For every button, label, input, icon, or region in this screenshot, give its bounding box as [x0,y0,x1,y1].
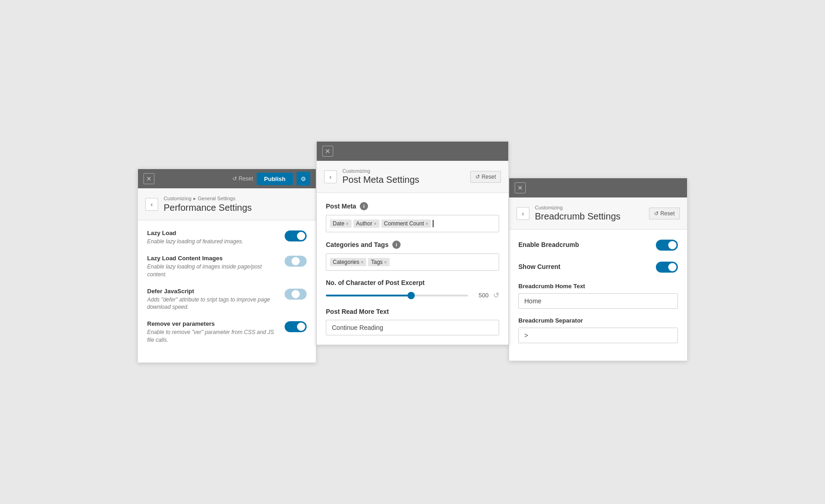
breadcrumb-general: General Settings [198,196,236,201]
panel3-reset-button[interactable]: ↺ Reset [649,208,680,219]
back-icon-2: ‹ [330,173,332,181]
setting-lazy-content: Lazy Load Content Images Enable lazy loa… [147,255,307,279]
categories-info-icon[interactable]: i [392,241,401,249]
panel3-reset-icon: ↺ [654,210,659,217]
separator-label: Breadcrumb Separator [518,317,678,324]
panel3-title: Breadcrumb Settings [535,211,621,222]
tag-comment-remove[interactable]: × [425,221,428,226]
panel2-content: Post Meta i Date× Author× Comment Count×… [317,193,508,345]
panel1-reset-button[interactable]: ↺ Reset [232,175,253,182]
remove-ver-toggle[interactable] [285,321,307,332]
enable-breadcrumb-toggle[interactable] [656,240,678,251]
tag-author-remove[interactable]: × [374,221,376,226]
panel1-nav: ‹ Customizing ▸ General Settings Perform… [138,188,316,220]
separator-input[interactable] [518,328,678,343]
panel2-title: Post Meta Settings [342,175,419,185]
show-current-label: Show Current [518,263,561,270]
panel1-back-button[interactable]: ‹ [145,198,158,211]
panel3-top-bar: ✕ [509,178,687,197]
read-more-input[interactable] [326,320,499,335]
panel2-reset-button[interactable]: ↺ Reset [470,171,501,183]
defer-toggle[interactable] [285,289,307,300]
excerpt-heading: No. of Character of Post Excerpt [326,279,499,286]
enable-breadcrumb-label: Enable Breadcrumb [518,241,579,248]
lazy-content-label: Lazy Load Content Images [147,255,277,262]
panel1-close-button[interactable]: ✕ [143,173,154,184]
categories-tag-input[interactable]: Categories× Tags× [326,253,499,271]
lazy-load-toggle[interactable] [285,230,307,241]
setting-remove-ver: Remove ver parameters Enable to remove "… [147,320,307,344]
panel2-breadcrumb: Customizing [342,168,419,174]
panel1-content: Lazy Load Enable lazy loading of feature… [138,220,316,362]
defer-desc: Adds "defer" attribute to sript tags to … [147,296,277,312]
tag-comment-count: Comment Count× [381,219,431,228]
excerpt-slider-thumb[interactable] [407,292,415,299]
close-icon-2: ✕ [325,148,330,155]
panel1-title: Performance Settings [164,203,252,213]
post-meta-tag-input[interactable]: Date× Author× Comment Count× [326,215,499,232]
back-icon: ‹ [151,201,153,208]
back-icon-3: ‹ [522,210,524,217]
setting-defer-js: Defer JavaScript Adds "defer" attribute … [147,288,307,312]
breadcrumb-settings-panel: ✕ ‹ Customizing Breadcrumb Settings ↺ Re… [509,178,688,361]
excerpt-slider-reset[interactable]: ↺ [493,291,499,300]
gear-button[interactable]: ⚙ [297,172,310,186]
tag-tags: Tags× [368,258,390,266]
reset-label: Reset [239,175,253,182]
post-meta-settings-panel: ✕ ‹ Customizing Post Meta Settings ↺ Res… [316,141,509,345]
panel1-nav-info: Customizing ▸ General Settings Performan… [164,196,252,213]
breadcrumb-separator: ▸ [193,196,196,202]
tag-categories-remove[interactable]: × [361,259,363,265]
home-text-group: Breadcrumb Home Text [518,283,678,309]
defer-slider [285,289,307,300]
post-meta-info-icon[interactable]: i [360,202,368,210]
setting-lazy-load: Lazy Load Enable lazy loading of feature… [147,230,307,246]
categories-heading: Categories and Tags i [326,241,499,249]
separator-group: Breadcrumb Separator [518,317,678,343]
excerpt-slider-value: 500 [473,292,489,299]
remove-ver-label: Remove ver parameters [147,320,277,327]
tag-date-remove[interactable]: × [346,221,348,226]
show-current-row: Show Current [518,261,678,273]
tag-author: Author× [353,219,380,228]
panel2-reset-label: Reset [482,174,496,180]
panel3-nav: ‹ Customizing Breadcrumb Settings ↺ Rese… [509,197,687,230]
tag-tags-remove[interactable]: × [384,259,387,265]
defer-label: Defer JavaScript [147,288,277,295]
home-text-input[interactable] [518,293,678,309]
remove-ver-slider [285,321,307,332]
panel2-close-button[interactable]: ✕ [322,146,333,157]
panel2-back-button[interactable]: ‹ [324,170,337,183]
performance-settings-panel: ✕ ↺ Reset Publish ⚙ ‹ Customizing [138,169,316,363]
panel3-close-button[interactable]: ✕ [515,182,526,193]
setting-lazy-load-text: Lazy Load Enable lazy loading of feature… [147,230,285,246]
panel3-nav-info: Customizing Breadcrumb Settings [535,205,621,222]
breadcrumb-customizing: Customizing [164,196,192,201]
panel3-reset-label: Reset [660,210,675,217]
lazy-load-desc: Enable lazy loading of featured images. [147,238,277,246]
read-more-heading: Post Read More Text [326,308,499,315]
home-text-label: Breadcrumb Home Text [518,283,678,290]
panel2-reset-icon: ↺ [475,174,480,180]
lazy-content-toggle[interactable] [285,256,307,267]
panel2-nav-info: Customizing Post Meta Settings [342,168,419,185]
enable-breadcrumb-slider [656,240,678,251]
publish-button[interactable]: Publish [257,173,293,185]
show-current-toggle[interactable] [656,262,678,273]
panel3-back-button[interactable]: ‹ [517,207,529,220]
show-current-slider [656,262,678,273]
breadcrumb: Customizing ▸ General Settings [164,196,252,202]
setting-defer-text: Defer JavaScript Adds "defer" attribute … [147,288,285,312]
lazy-content-desc: Enable lazy loading of images inside pag… [147,263,277,279]
lazy-load-label: Lazy Load [147,230,277,236]
lazy-load-slider [285,230,307,241]
remove-ver-desc: Enable to remove "ver" parameter from CS… [147,329,277,344]
panel1-actions: ↺ Reset Publish ⚙ [232,172,310,186]
excerpt-slider-container: 500 ↺ [326,291,499,300]
lazy-content-slider [285,256,307,267]
reset-icon: ↺ [232,175,237,182]
post-meta-heading: Post Meta i [326,202,499,210]
panel2-nav: ‹ Customizing Post Meta Settings ↺ Reset [317,161,508,193]
excerpt-slider-track [326,295,468,296]
tag-date: Date× [330,219,352,228]
